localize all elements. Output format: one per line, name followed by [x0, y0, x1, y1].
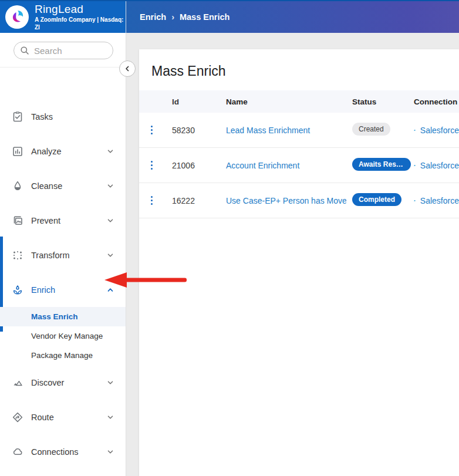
brand-text: RingLead A ZoomInfo Company | Nasdaq: ZI	[35, 3, 126, 31]
sidebar-search[interactable]	[14, 42, 113, 59]
status-badge: Created	[352, 123, 390, 136]
sidebar-item-label: Connections	[31, 447, 106, 457]
chevron-up-icon	[106, 285, 115, 295]
breadcrumb: Enrich › Mass Enrich	[140, 12, 230, 22]
search-input[interactable]	[34, 46, 99, 56]
ringlead-logo	[5, 5, 29, 29]
subitem-label: Mass Enrich	[31, 312, 78, 321]
row-id: 21006	[164, 161, 220, 170]
subitem-label: Package Manage	[31, 351, 93, 360]
sidebar-item-discover[interactable]: Discover	[0, 365, 126, 400]
cleanse-icon	[12, 180, 23, 192]
row-name-link[interactable]: Account Enrichment	[226, 161, 299, 170]
chevron-down-icon	[106, 378, 115, 387]
sidebar-subitem-package-manage[interactable]: Package Manage	[0, 346, 126, 365]
row-name-link[interactable]: Use Case-EP+ Person has Moved	[226, 196, 346, 205]
status-badge: Awaits Resol...	[352, 158, 411, 171]
tasks-icon	[12, 111, 23, 123]
sidebar-item-cleanse[interactable]: Cleanse	[0, 168, 126, 203]
main-content: Mass Enrich Id Name Status Connection 58…	[127, 33, 459, 476]
sidebar-item-transform[interactable]: Transform	[0, 238, 126, 272]
sidebar-item-label: Transform	[31, 251, 106, 260]
sidebar-subitem-mass-enrich[interactable]: Mass Enrich	[0, 307, 126, 326]
row-menu-icon[interactable]	[148, 123, 156, 137]
sidebar-item-route[interactable]: Route	[0, 400, 126, 434]
table-header-row: Id Name Status Connection	[139, 90, 459, 113]
breadcrumb-bar: Enrich › Mass Enrich	[126, 1, 459, 33]
table-row: 21006 Account Enrichment Awaits Resol...…	[139, 148, 459, 183]
sidebar-item-label: Cleanse	[31, 181, 106, 191]
brand-area: RingLead A ZoomInfo Company | Nasdaq: ZI	[0, 1, 126, 33]
sidebar-item-label: Prevent	[31, 216, 106, 225]
chevron-down-icon	[106, 447, 115, 457]
salesforce-icon	[414, 195, 416, 206]
sidebar-item-prevent[interactable]: Prevent	[0, 203, 126, 238]
app-window: RingLead A ZoomInfo Company | Nasdaq: ZI…	[0, 0, 459, 476]
ringlead-logo-icon	[9, 9, 25, 25]
salesforce-icon	[414, 160, 416, 171]
sidebar-item-label: Discover	[31, 378, 106, 387]
prevent-icon	[12, 215, 23, 227]
transform-icon	[12, 249, 23, 261]
brand-name: RingLead	[35, 3, 126, 16]
chevron-down-icon	[106, 147, 115, 156]
chevron-down-icon	[106, 413, 115, 422]
chevron-left-icon	[124, 65, 131, 72]
table-row: 58230 Lead Mass Enrichment Created Sales…	[139, 113, 459, 148]
sidebar: Tasks Analyze Cleanse	[0, 33, 126, 476]
chevron-down-icon	[106, 251, 115, 260]
search-icon	[20, 46, 29, 55]
sidebar-divider	[0, 67, 126, 67]
chevron-down-icon	[106, 216, 115, 225]
connection-link[interactable]: Salesforce	[420, 196, 459, 205]
sidebar-item-label: Tasks	[31, 112, 115, 121]
sidebar-item-label: Route	[31, 413, 106, 422]
top-header: RingLead A ZoomInfo Company | Nasdaq: ZI…	[0, 0, 459, 33]
sidebar-item-label: Enrich	[31, 285, 106, 295]
status-badge: Completed	[352, 193, 401, 206]
table-header-connection[interactable]: Connection	[408, 97, 459, 106]
mass-enrich-card: Mass Enrich Id Name Status Connection 58…	[139, 49, 459, 476]
sidebar-nav: Tasks Analyze Cleanse	[0, 99, 126, 469]
sidebar-collapse-button[interactable]	[119, 60, 136, 77]
subitem-label: Vendor Key Manage	[31, 332, 103, 340]
sidebar-item-enrich[interactable]: Enrich	[0, 272, 126, 307]
connection-link[interactable]: Salesforce	[420, 161, 459, 170]
table-header-name[interactable]: Name	[220, 97, 346, 106]
page-title: Mass Enrich	[139, 49, 459, 90]
breadcrumb-mass-enrich: Mass Enrich	[180, 12, 230, 22]
sidebar-item-analyze[interactable]: Analyze	[0, 134, 126, 168]
sidebar-item-tasks[interactable]: Tasks	[0, 99, 126, 134]
analyze-icon	[12, 146, 23, 157]
enrich-icon	[12, 284, 23, 296]
sidebar-subitem-vendor-key-manage[interactable]: Vendor Key Manage	[0, 326, 126, 346]
row-id: 16222	[164, 196, 220, 205]
breadcrumb-enrich[interactable]: Enrich	[140, 12, 166, 22]
row-name-link[interactable]: Lead Mass Enrichment	[226, 126, 310, 135]
sidebar-item-connections[interactable]: Connections	[0, 434, 126, 469]
row-id: 58230	[164, 126, 220, 135]
connection-link[interactable]: Salesforce	[420, 126, 459, 135]
salesforce-icon	[414, 125, 416, 136]
route-icon	[12, 411, 23, 423]
table-row: 16222 Use Case-EP+ Person has Moved Comp…	[139, 183, 459, 218]
connections-icon	[12, 446, 23, 458]
brand-subtitle: A ZoomInfo Company | Nasdaq: ZI	[35, 16, 126, 31]
discover-icon	[12, 377, 23, 389]
row-menu-icon[interactable]	[148, 158, 156, 173]
row-menu-icon[interactable]	[148, 194, 156, 208]
enrich-submenu: Mass Enrich Vendor Key Manage Package Ma…	[0, 307, 126, 365]
breadcrumb-separator: ›	[171, 12, 174, 22]
sidebar-item-label: Analyze	[31, 147, 106, 156]
chevron-down-icon	[106, 181, 115, 191]
table-header-status[interactable]: Status	[346, 97, 408, 106]
table-header-id[interactable]: Id	[164, 97, 220, 106]
